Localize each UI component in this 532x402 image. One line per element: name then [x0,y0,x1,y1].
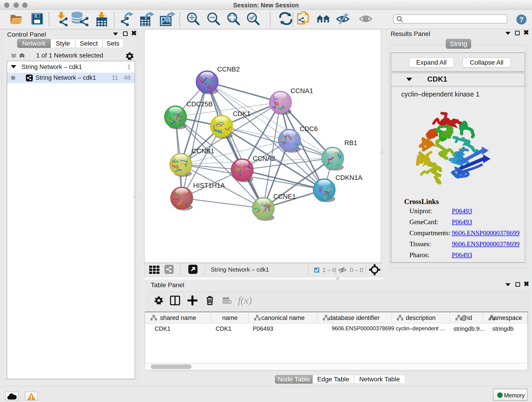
svg-text:CCNB1: CCNB1 [192,147,214,155]
svg-text:HIST1H1A: HIST1H1A [193,182,225,189]
svg-text:CCNA1: CCNA1 [291,87,313,95]
svg-text:CCNB2: CCNB2 [217,65,240,73]
svg-text:CCNA2: CCNA2 [253,155,275,162]
svg-text:CCNE1: CCNE1 [273,193,296,200]
svg-text:CDC6: CDC6 [300,125,318,133]
svg-text:CDK1: CDK1 [233,110,250,117]
svg-text:RB1: RB1 [344,139,357,147]
svg-text:CDKN1A: CDKN1A [336,174,362,181]
svg-text:CDC25B: CDC25B [186,100,213,108]
